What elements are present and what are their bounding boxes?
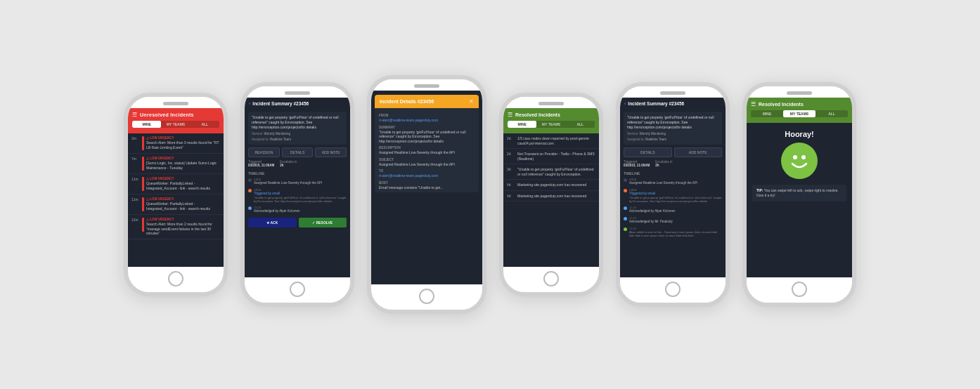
screen-6: ☰ Resolved Incidents MINE MY TEAMS ALL H… xyxy=(747,98,852,277)
home-button-6[interactable] xyxy=(792,282,807,297)
btn-row-5: DETAILS ADD NOTE xyxy=(624,147,722,157)
tl-dot-2 xyxy=(248,189,252,192)
tip-box: TIP: You can swipe left to ack, swipe ri… xyxy=(752,185,846,202)
phone-1: ☰ Unresolved Incidents MINE MY TEAMS ALL… xyxy=(124,93,228,296)
reassign-btn[interactable]: REASSIGN xyxy=(248,147,280,157)
screen-1: ☰ Unresolved Incidents MINE MY TEAMS ALL… xyxy=(128,108,224,267)
svg-point-1 xyxy=(801,155,806,159)
tab-all-1[interactable]: ALL xyxy=(191,121,219,128)
title-6: Resolved Incidents xyxy=(759,102,848,107)
tl-dot-5-2 xyxy=(624,189,627,192)
res-item-4[interactable]: 4d Marketing site pagerduty.com has reco… xyxy=(503,180,599,191)
timeline-label-2: TIMELINE xyxy=(245,169,350,176)
phone-3: Incident Details #23456 ✕ FROM rt-alert@… xyxy=(367,75,486,314)
screen-4: ☰ Resolved Incidents MINE MY TEAMS ALL 2… xyxy=(503,108,599,267)
speaker-5 xyxy=(660,91,685,95)
res-item-5[interactable]: 4d Marketing site pagerduty.com has reco… xyxy=(503,191,599,202)
phone-bottom-2 xyxy=(245,277,350,303)
urgency-bar-1 xyxy=(142,136,144,150)
svg-point-0 xyxy=(793,155,797,159)
resolve-button-2[interactable]: ✓ RESOLVE xyxy=(299,218,347,228)
incident-item-4[interactable]: 11m △ LOW URGENCY QueueWorker: Partially… xyxy=(128,194,224,215)
tab-myteams-6[interactable]: MY TEAMS xyxy=(783,110,815,117)
phone-bottom-3 xyxy=(371,284,482,310)
speaker-1 xyxy=(163,102,188,105)
home-button-3[interactable] xyxy=(419,289,434,304)
hooray-body: Hooray! TIP: You can swipe left to ack, … xyxy=(747,123,852,277)
phone-2: ‹ Incident Summary #23456 "Unable to get… xyxy=(240,82,354,307)
ack-resolve-row-2: ★ ACK ✓ RESOLVE xyxy=(248,218,347,228)
header-1: ☰ Unresolved Incidents xyxy=(128,108,224,121)
tab-myteams-1[interactable]: MY TEAMS xyxy=(161,121,190,128)
addnote-btn-5[interactable]: ADD NOTE xyxy=(674,147,723,157)
home-button-4[interactable] xyxy=(543,271,559,286)
tab-mine-1[interactable]: MINE xyxy=(132,121,161,128)
header-2: ‹ Incident Summary #23456 xyxy=(245,98,350,109)
phone-top-5 xyxy=(620,86,726,98)
details-btn[interactable]: DETAILS xyxy=(282,147,314,157)
tab-myteams-4[interactable]: MY TEAMS xyxy=(536,121,565,128)
summary-text-5: "Unable to get property 'getFullYear' of… xyxy=(627,115,718,130)
incident-item-3[interactable]: 11m △ LOW URGENCY QueueWorker: Partially… xyxy=(128,174,224,194)
summary-box-5: "Unable to get property 'getFullYear' of… xyxy=(624,112,722,145)
tl-item-5-5: 11:00 Alper added a note to this... Summ… xyxy=(620,225,726,239)
speaker-3 xyxy=(414,84,439,88)
tl-item-1: DATA Assigned Realtime Low-Severity thro… xyxy=(245,176,350,187)
tab-mine-6[interactable]: MINE xyxy=(751,110,783,117)
incident-item-1[interactable]: 2m △ LOW URGENCY Search Alert: More than… xyxy=(128,133,224,154)
addnote-btn[interactable]: ADD NOTE xyxy=(315,147,347,157)
back-icon-2[interactable]: ‹ xyxy=(249,101,250,106)
res-item-3[interactable]: 3d "Unable to get property 'getFullYear'… xyxy=(503,164,599,180)
screen-3: Incident Details #23456 ✕ FROM rt-alert@… xyxy=(371,91,482,284)
title-1: Unresolved Incidents xyxy=(140,112,219,117)
phone-6: ☰ Resolved Incidents MINE MY TEAMS ALL H… xyxy=(742,82,856,307)
tl-dot-1 xyxy=(248,178,252,182)
urgency-bar-5 xyxy=(142,218,144,232)
timeline-label-5: TIMELINE xyxy=(620,169,726,176)
res-item-2[interactable]: 2d Not-Transient on Provider - Twilio - … xyxy=(503,149,599,164)
body-2: "Unable to get property 'getFullYear' of… xyxy=(245,109,350,277)
tl-item-3: 11:00 Acknowledged by Alper Kolcmen xyxy=(245,204,350,215)
urgency-3: △ LOW URGENCY xyxy=(146,177,220,180)
back-icon-5[interactable]: ‹ xyxy=(624,101,626,106)
ack-button-2[interactable]: ★ ACK xyxy=(248,218,297,228)
menu-icon-6: ☰ xyxy=(751,101,756,107)
header-4: ☰ Resolved Incidents xyxy=(503,108,599,121)
phone-bottom-1 xyxy=(128,267,224,292)
res-item-1[interactable]: 2d 1/5 cass nodes down reported by prod-… xyxy=(503,133,599,149)
phone-4: ☰ Resolved Incidents MINE MY TEAMS ALL 2… xyxy=(499,93,603,296)
tab-all-4[interactable]: ALL xyxy=(566,121,595,128)
header-6: ☰ Resolved Incidents xyxy=(747,98,852,110)
menu-icon-1: ☰ xyxy=(132,112,137,118)
tab-all-6[interactable]: ALL xyxy=(815,110,848,117)
urgency-4: △ LOW URGENCY xyxy=(146,197,220,201)
hooray-title: Hooray! xyxy=(785,130,814,138)
incident-item-5[interactable]: 12m △ LOW URGENCY Search Alert: More tha… xyxy=(128,215,224,239)
tab-row-6: MINE MY TEAMS ALL xyxy=(751,110,848,117)
tl-dot-5-5 xyxy=(624,228,627,231)
title-4: Resolved Incidents xyxy=(515,112,595,117)
tl-item-5-3: 11:00 Acknowledged by Alper Kolcmen xyxy=(620,204,726,215)
urgency-bar-3 xyxy=(142,177,144,191)
modal-header-3: Incident Details #23456 ✕ xyxy=(375,95,479,108)
screen-2: ‹ Incident Summary #23456 "Unable to get… xyxy=(245,98,350,277)
scene: ☰ Unresolved Incidents MINE MY TEAMS ALL… xyxy=(96,54,884,335)
home-button-2[interactable] xyxy=(290,282,305,297)
tab-row-4: MINE MY TEAMS ALL xyxy=(508,121,595,128)
home-button-1[interactable] xyxy=(168,271,183,286)
incident-item-2[interactable]: 7m △ LOW URGENCY [Sumo Logic, Inc. statu… xyxy=(128,154,224,174)
title-5: Incident Summary #23456 xyxy=(628,101,721,106)
close-icon-3[interactable]: ✕ xyxy=(469,98,474,105)
details-btn-5[interactable]: DETAILS xyxy=(624,147,672,157)
tl-item-2: DATA Triggered by email "Unable to get p… xyxy=(245,187,350,204)
phone-top-1 xyxy=(128,97,224,108)
phone-top-4 xyxy=(503,97,599,108)
urgency-bar-2 xyxy=(142,157,144,171)
header-5: ‹ Incident Summary #23456 xyxy=(620,98,726,109)
menu-icon-4: ☰ xyxy=(508,112,512,118)
modal-title-3: Incident Details #23456 xyxy=(380,99,434,104)
tl-dot-3 xyxy=(248,206,252,210)
home-button-5[interactable] xyxy=(665,282,681,297)
tab-mine-4[interactable]: MINE xyxy=(508,121,536,128)
tl-dot-5-3 xyxy=(624,206,627,210)
